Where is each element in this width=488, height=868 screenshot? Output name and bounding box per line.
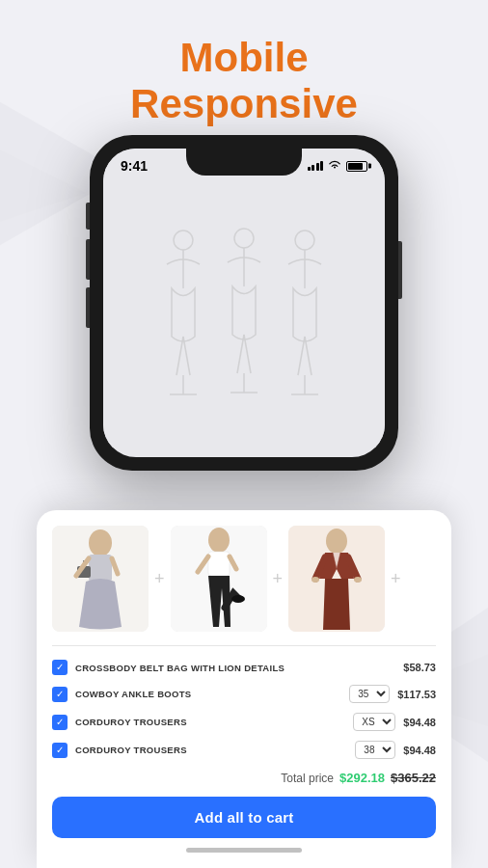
plus-icon-3: + [391,569,401,589]
svg-point-12 [295,231,314,250]
signal-icon [308,161,324,171]
checkbox-1[interactable]: ✓ [52,660,68,675]
total-discounted-price: $292.18 [339,771,385,785]
phone-screen: 9:41 [103,149,385,457]
phone-button-vol-down [86,287,90,328]
phone-notch [186,149,302,176]
total-price-row: Total price $292.18 $365.22 [52,771,436,785]
svg-line-3 [183,337,190,375]
svg-line-14 [298,337,305,375]
phone-frame: 9:41 [90,135,398,471]
svg-point-26 [208,528,230,553]
product-list: ✓ CROSSBODY BELT BAG WITH LION DETAILS $… [52,660,436,759]
product-list-item: ✓ COWBOY ANKLE BOOTS 35 36 37 38 39 $117… [52,685,436,703]
svg-line-8 [237,335,244,373]
product-name-2: COWBOY ANKLE BOOTS [75,689,341,699]
product-image-1 [52,526,149,632]
battery-icon [346,161,367,172]
product-list-item: ✓ CORDUROY TROUSERS XS S M L $94.48 [52,713,436,731]
product-images-row: + + [52,526,436,646]
size-select-4[interactable]: 36 38 40 42 [355,741,395,759]
page-title: Mobile Responsive [0,35,488,128]
checkbox-3[interactable]: ✓ [52,715,68,730]
phone-mockup: 9:41 [90,135,398,471]
svg-line-2 [176,337,183,375]
status-time: 9:41 [121,158,148,174]
product-name-3: CORDUROY TROUSERS [75,717,345,727]
checkbox-2[interactable]: ✓ [52,687,68,702]
product-panel: + + [37,510,451,868]
wifi-icon [328,159,341,173]
status-icons [308,159,368,173]
svg-point-35 [312,577,319,583]
total-label: Total price [281,772,334,785]
product-name-4: CORDUROY TROUSERS [75,745,347,755]
svg-rect-27 [208,552,230,576]
plus-icon-1: + [154,569,165,589]
svg-line-15 [305,337,312,375]
svg-point-6 [234,229,254,248]
product-image-2 [171,526,267,632]
product-list-item: ✓ CORDUROY TROUSERS 36 38 40 42 $94.48 [52,741,436,759]
product-price-1: $58.73 [403,662,436,673]
size-select-3[interactable]: XS S M L [353,713,395,731]
home-indicator [186,848,302,853]
svg-point-19 [89,529,112,556]
svg-point-36 [354,577,362,583]
phone-button-vol-up [86,239,90,280]
product-price-2: $117.53 [397,689,436,700]
svg-rect-20 [89,555,112,582]
phone-button-mute [86,203,90,230]
svg-point-29 [231,595,245,603]
size-select-2[interactable]: 35 36 37 38 39 [349,685,390,703]
product-price-3: $94.48 [403,717,436,728]
mannequin-illustration [143,211,345,414]
total-original-price: $365.22 [391,771,436,785]
add-to-cart-button[interactable]: Add all to cart [52,797,436,838]
svg-point-32 [326,529,347,554]
checkbox-4[interactable]: ✓ [52,743,68,758]
product-image-3 [288,526,385,632]
svg-point-0 [174,231,193,250]
product-name-1: CROSSBODY BELT BAG WITH LION DETAILS [75,663,395,673]
phone-content [103,177,385,448]
page-title-block: Mobile Responsive [0,0,488,128]
product-list-item: ✓ CROSSBODY BELT BAG WITH LION DETAILS $… [52,660,436,675]
product-price-4: $94.48 [403,745,436,756]
svg-line-9 [244,335,251,373]
plus-icon-2: + [273,569,284,589]
phone-button-power [398,241,402,299]
